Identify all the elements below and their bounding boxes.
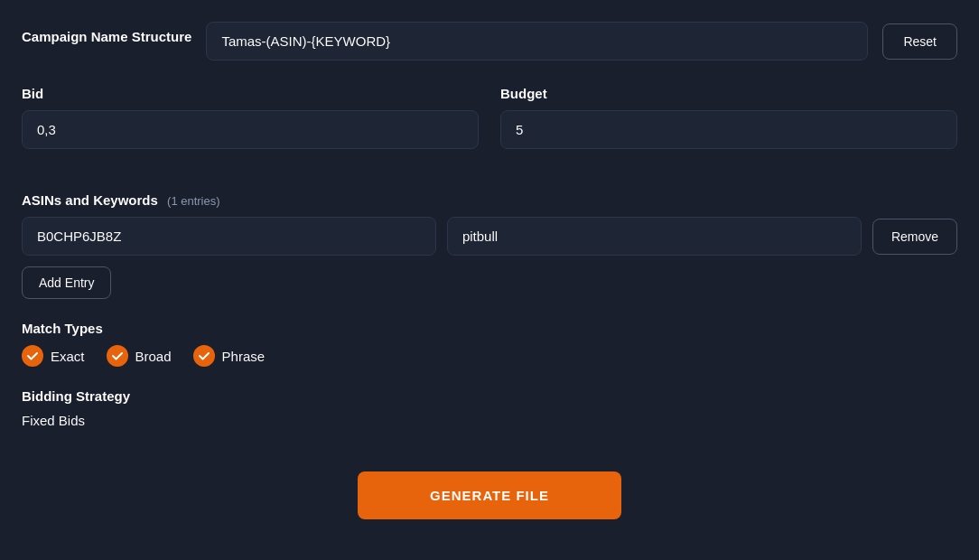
- bidding-strategy-value: Fixed Bids: [22, 413, 957, 428]
- match-types-section: Match Types Exact Broad P: [22, 321, 957, 367]
- generate-file-button[interactable]: GENERATE FILE: [358, 471, 621, 519]
- keyword-input[interactable]: [447, 217, 862, 256]
- generate-button-container: GENERATE FILE: [22, 471, 957, 519]
- broad-check-icon: [107, 345, 128, 367]
- exact-check-icon: [22, 345, 43, 367]
- bid-section: Bid: [22, 86, 479, 149]
- campaign-name-structure-label: Campaign Name Structure: [22, 29, 191, 44]
- reset-button[interactable]: Reset: [882, 23, 957, 60]
- asins-keywords-label: ASINs and Keywords (1 entries): [22, 192, 957, 208]
- campaign-name-structure-section: Campaign Name Structure Reset: [22, 22, 957, 61]
- broad-label: Broad: [135, 349, 172, 364]
- budget-input[interactable]: [500, 110, 957, 149]
- match-type-phrase[interactable]: Phrase: [193, 345, 266, 367]
- match-types-row: Exact Broad Phrase: [22, 345, 957, 367]
- asin-entry-row: Remove: [22, 217, 957, 256]
- bid-input[interactable]: [22, 110, 479, 149]
- campaign-name-structure-input[interactable]: [206, 22, 868, 61]
- match-types-label: Match Types: [22, 321, 957, 336]
- bidding-strategy-label: Bidding Strategy: [22, 388, 957, 404]
- remove-entry-button[interactable]: Remove: [872, 219, 957, 255]
- bid-budget-row: Bid Budget: [22, 86, 957, 171]
- asin-input[interactable]: [22, 217, 436, 256]
- exact-label: Exact: [51, 349, 85, 364]
- asins-keywords-section: ASINs and Keywords (1 entries) Remove Ad…: [22, 192, 957, 299]
- match-type-exact[interactable]: Exact: [22, 345, 85, 367]
- budget-section: Budget: [500, 86, 957, 149]
- match-type-broad[interactable]: Broad: [107, 345, 172, 367]
- phrase-check-icon: [193, 345, 215, 367]
- bid-label: Bid: [22, 86, 479, 101]
- phrase-label: Phrase: [222, 349, 266, 364]
- add-entry-button[interactable]: Add Entry: [22, 266, 111, 299]
- bidding-strategy-section: Bidding Strategy Fixed Bids: [22, 388, 957, 428]
- budget-label: Budget: [500, 86, 957, 101]
